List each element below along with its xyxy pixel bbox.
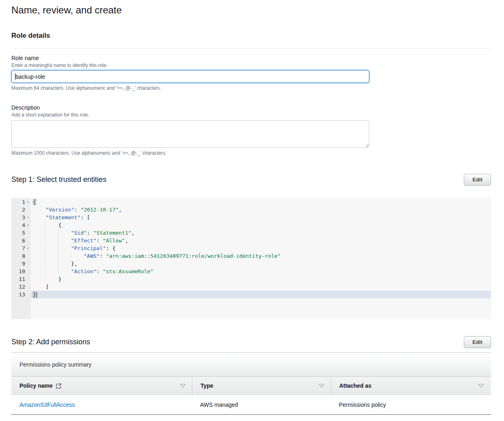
column-label: Policy name xyxy=(19,382,53,389)
permissions-panel: Permissions policy summary Policy name T… xyxy=(11,352,491,415)
editor-code[interactable]: { "Version": "2012-10-17", "Statement": … xyxy=(31,198,491,319)
cell-type: AWS managed xyxy=(192,395,331,414)
step2-heading: Step 2: Add permissions xyxy=(11,338,90,346)
role-name-input[interactable] xyxy=(11,70,369,83)
table-row: AmazonS3FullAccess AWS managed Permissio… xyxy=(11,395,491,415)
sort-filter-icon[interactable] xyxy=(319,384,324,388)
role-details-divider xyxy=(11,48,491,49)
role-name-hint: Enter a meaningful name to identify this… xyxy=(11,63,491,68)
permissions-panel-title: Permissions policy summary xyxy=(11,353,491,377)
description-field: Description Add a short explanation for … xyxy=(11,104,491,156)
step2-edit-button[interactable]: Edit xyxy=(464,336,491,348)
column-header-type[interactable]: Type xyxy=(192,377,331,395)
column-label: Attached as xyxy=(339,382,371,389)
editor-gutter: 1▾23▾4▾567▾8910111213 xyxy=(11,198,31,319)
description-hint: Add a short explanation for this role. xyxy=(11,112,491,118)
sort-filter-icon[interactable] xyxy=(478,384,484,388)
policy-name-link[interactable]: AmazonS3FullAccess xyxy=(19,402,75,408)
description-helper: Maximum 1000 characters. Use alphanumeri… xyxy=(11,150,491,156)
role-name-field: Role name Enter a meaningful name to ide… xyxy=(11,55,491,91)
text-caret xyxy=(15,73,15,80)
column-header-attached-as[interactable]: Attached as xyxy=(331,377,490,395)
column-header-policy-name[interactable]: Policy name xyxy=(11,377,192,395)
column-label: Type xyxy=(200,382,213,389)
permissions-table-header: Policy name Type Attached as xyxy=(11,377,491,395)
page-title: Name, review, and create xyxy=(11,4,491,16)
cell-attached-as: Permissions policy xyxy=(331,395,490,414)
page: Name, review, and create Role details Ro… xyxy=(0,0,504,415)
cell-policy-name: AmazonS3FullAccess xyxy=(11,395,192,414)
external-link-icon xyxy=(56,383,62,389)
trust-policy-editor[interactable]: 1▾23▾4▾567▾8910111213 { "Version": "2012… xyxy=(11,198,491,319)
role-details-heading: Role details xyxy=(11,32,491,40)
description-label: Description xyxy=(11,104,491,111)
sort-filter-icon[interactable] xyxy=(180,384,185,388)
description-textarea[interactable] xyxy=(11,120,369,148)
step1-edit-button[interactable]: Edit xyxy=(464,174,491,186)
step1-heading: Step 1: Select trusted entities xyxy=(11,175,106,184)
role-name-label: Role name xyxy=(11,55,491,61)
role-name-helper: Maximum 64 characters. Use alphanumeric … xyxy=(11,85,491,91)
